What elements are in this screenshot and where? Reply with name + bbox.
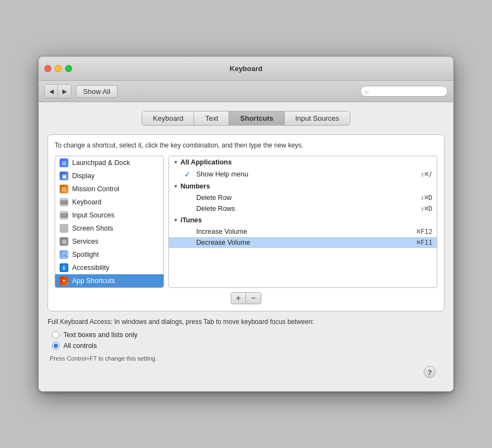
show-all-button[interactable]: Show All: [76, 85, 118, 98]
radio-circle-all-controls: [52, 342, 60, 350]
shortcut-decrease-volume[interactable]: Decrease Volume ⌘F11: [169, 237, 437, 248]
triangle-icon-itunes: ▼: [173, 217, 178, 223]
sidebar-item-app-shortcuts[interactable]: ✦ App Shortcuts: [55, 274, 163, 287]
panel-body: ⊞ Launchpad & Dock ▣ Display ⊟ Mission C…: [55, 156, 437, 288]
sidebar-item-display[interactable]: ▣ Display: [55, 169, 163, 182]
triangle-icon: ▼: [173, 160, 178, 165]
minimize-button[interactable]: [55, 65, 62, 72]
bottom-section: Full Keyboard Access: In windows and dia…: [48, 318, 444, 362]
input-sources-icon: ⌨: [60, 211, 68, 220]
sidebar-item-input-sources[interactable]: ⌨ Input Sources: [55, 209, 163, 222]
toolbar: ◀ ▶ Show All ⌕: [39, 81, 453, 102]
add-shortcut-button[interactable]: +: [231, 292, 246, 304]
shortcut-delete-rows[interactable]: Delete Rows ⇧⌘D: [169, 203, 437, 214]
instruction-text: To change a shortcut, select it, click t…: [55, 142, 437, 149]
tab-keyboard[interactable]: Keyboard: [142, 111, 195, 126]
mission-control-icon: ⊟: [60, 185, 68, 193]
help-button[interactable]: ?: [424, 366, 436, 378]
back-button[interactable]: ◀: [45, 85, 58, 98]
section-itunes[interactable]: ▼ iTunes: [169, 214, 437, 226]
add-remove-row: + −: [55, 292, 437, 304]
titlebar: Keyboard: [39, 57, 453, 81]
search-box[interactable]: ⌕: [360, 86, 448, 97]
launchpad-icon: ⊞: [60, 158, 68, 167]
shortcut-show-help-menu[interactable]: ✓ Show Help menu ⇧⌘/: [169, 168, 437, 180]
shortcut-tree: ▼ All Applications ✓ Show Help menu ⇧⌘/ …: [168, 156, 437, 288]
fka-text: Full Keyboard Access: In windows and dia…: [48, 318, 444, 326]
maximize-button[interactable]: [65, 65, 72, 72]
tabs: Keyboard Text Shortcuts Input Sources: [48, 111, 444, 126]
content-area: Keyboard Text Shortcuts Input Sources To…: [39, 102, 453, 391]
triangle-icon-numbers: ▼: [173, 184, 178, 189]
window-title: Keyboard: [230, 64, 262, 73]
sidebar-item-keyboard[interactable]: ⌨ Keyboard: [55, 196, 163, 209]
section-numbers[interactable]: ▼ Numbers: [169, 180, 437, 192]
sidebar-item-launchpad[interactable]: ⊞ Launchpad & Dock: [55, 156, 163, 169]
screenshots-icon: [60, 224, 68, 233]
display-icon: ▣: [60, 172, 68, 180]
spotlight-icon: 🔍: [60, 250, 68, 259]
services-icon: ⚙: [60, 237, 68, 246]
nav-buttons: ◀ ▶: [44, 84, 72, 98]
sidebar-item-mission-control[interactable]: ⊟ Mission Control: [55, 182, 163, 196]
search-icon: ⌕: [365, 88, 369, 95]
sidebar-item-screen-shots[interactable]: Screen Shots: [55, 222, 163, 235]
tab-text[interactable]: Text: [194, 111, 230, 126]
app-shortcuts-icon: ✦: [60, 276, 68, 285]
section-all-applications[interactable]: ▼ All Applications: [169, 156, 437, 168]
tab-shortcuts[interactable]: Shortcuts: [229, 111, 285, 126]
traffic-lights: [44, 65, 72, 72]
checkbox-show-help-menu[interactable]: ✓: [184, 170, 194, 179]
shortcut-delete-row[interactable]: Delete Row ⇧⌘D: [169, 192, 437, 203]
close-button[interactable]: [44, 65, 51, 72]
forward-button[interactable]: ▶: [58, 85, 71, 98]
help-row: ?: [48, 362, 444, 382]
radio-circle-text-boxes: [52, 331, 60, 339]
remove-shortcut-button[interactable]: −: [246, 292, 261, 304]
search-input[interactable]: [371, 87, 443, 95]
accessibility-icon: ℹ: [60, 263, 68, 272]
radio-group: Text boxes and lists only All controls: [52, 331, 444, 350]
keyboard-icon: ⌨: [60, 198, 68, 207]
checkmark-icon: ✓: [184, 170, 191, 179]
tab-input-sources[interactable]: Input Sources: [284, 111, 350, 126]
sidebar-item-spotlight[interactable]: 🔍 Spotlight: [55, 248, 163, 261]
sidebar-list: ⊞ Launchpad & Dock ▣ Display ⊟ Mission C…: [55, 156, 164, 288]
hint-text: Press Control+F7 to change this setting.: [50, 355, 444, 362]
radio-all-controls[interactable]: All controls: [52, 342, 444, 350]
shortcut-increase-volume[interactable]: Increase Volume ⌘F12: [169, 226, 437, 237]
sidebar-item-services[interactable]: ⚙ Services: [55, 235, 163, 248]
radio-dot-all-controls: [54, 344, 58, 348]
radio-text-boxes[interactable]: Text boxes and lists only: [52, 331, 444, 339]
sidebar-item-accessibility[interactable]: ℹ Accessibility: [55, 261, 163, 274]
keyboard-preferences-window: Keyboard ◀ ▶ Show All ⌕ Keyboard Text Sh…: [38, 56, 454, 392]
main-panel: To change a shortcut, select it, click t…: [48, 134, 444, 311]
